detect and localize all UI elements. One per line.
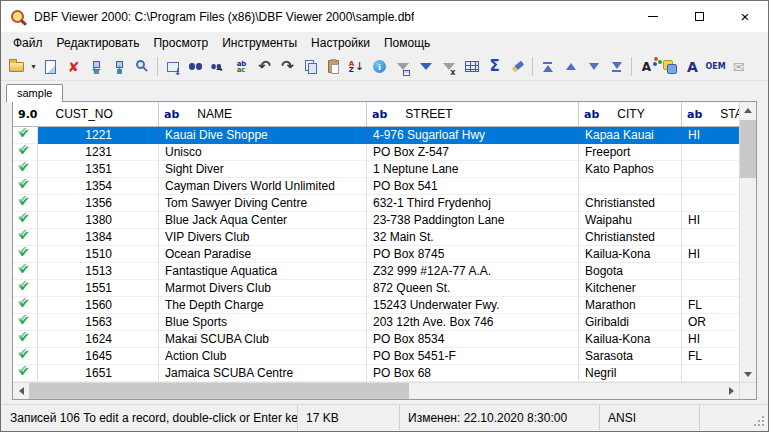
table-row[interactable]: 1510 Ocean Paradise PO Box 8745 Kailua-K… bbox=[13, 246, 739, 263]
cell-state[interactable] bbox=[682, 263, 739, 280]
cell-city[interactable]: Freeport bbox=[579, 144, 682, 161]
preview-button[interactable] bbox=[131, 55, 154, 78]
replace-button[interactable]: abac bbox=[230, 55, 253, 78]
redo-button[interactable]: ↷ bbox=[276, 55, 299, 78]
new-file-button[interactable] bbox=[39, 55, 62, 78]
cell-state[interactable] bbox=[682, 229, 739, 246]
column-header-name[interactable]: ab NAME bbox=[159, 102, 367, 126]
cell-name[interactable]: Unisco bbox=[159, 144, 367, 161]
table-row[interactable]: 1221 Kauai Dive Shoppe 4-976 Sugarloaf H… bbox=[13, 127, 739, 144]
highlight-button[interactable] bbox=[506, 55, 529, 78]
cell-city[interactable]: Waipahu bbox=[579, 212, 682, 229]
cell-name[interactable]: Ocean Paradise bbox=[159, 246, 367, 263]
table-row[interactable]: 1563 Blue Sports 203 12th Ave. Box 746 G… bbox=[13, 314, 739, 331]
find-next-button[interactable]: → bbox=[207, 55, 230, 78]
column-header-city[interactable]: ab CITY bbox=[579, 102, 682, 126]
sort-button[interactable]: AZ↓ bbox=[345, 55, 368, 78]
cell-cust-no[interactable]: 1563 bbox=[38, 314, 159, 331]
column-header-state[interactable]: ab STATE bbox=[682, 102, 739, 126]
menu-item[interactable]: Инструменты bbox=[215, 34, 304, 52]
cell-street[interactable]: 32 Main St. bbox=[367, 229, 579, 246]
cell-street[interactable]: PO Box 8534 bbox=[367, 331, 579, 348]
cell-city[interactable]: Christiansted bbox=[579, 229, 682, 246]
delete-record-button[interactable]: ✘ bbox=[62, 55, 85, 78]
cell-name[interactable]: Fantastique Aquatica bbox=[159, 263, 367, 280]
cell-name[interactable]: Tom Sawyer Diving Centre bbox=[159, 195, 367, 212]
colors-button[interactable]: A bbox=[635, 55, 658, 78]
cell-state[interactable] bbox=[682, 365, 739, 382]
menu-item[interactable]: Помощь bbox=[377, 34, 437, 52]
sum-button[interactable]: Σ bbox=[483, 55, 506, 78]
filter-builder-button[interactable] bbox=[391, 55, 414, 78]
cell-name[interactable]: Sight Diver bbox=[159, 161, 367, 178]
cell-cust-no[interactable]: 1221 bbox=[38, 127, 159, 144]
cell-street[interactable]: 632-1 Third Frydenhoj bbox=[367, 195, 579, 212]
horizontal-scroll-thumb[interactable] bbox=[29, 383, 409, 399]
paste-button[interactable] bbox=[322, 55, 345, 78]
cell-city[interactable]: Kapaa Kauai bbox=[579, 127, 682, 144]
cell-street[interactable]: PO Box 5451-F bbox=[367, 348, 579, 365]
scroll-right-button[interactable] bbox=[723, 383, 739, 399]
last-record-button[interactable] bbox=[605, 55, 628, 78]
cell-street[interactable]: 4-976 Sugarloaf Hwy bbox=[367, 127, 579, 144]
cell-state[interactable]: HI bbox=[682, 331, 739, 348]
cell-street[interactable]: 1 Neptune Lane bbox=[367, 161, 579, 178]
cell-state[interactable]: HI bbox=[682, 246, 739, 263]
oem-button[interactable]: OEM bbox=[704, 55, 727, 78]
cell-cust-no[interactable]: 1624 bbox=[38, 331, 159, 348]
pack-database-button[interactable]: ← bbox=[85, 55, 108, 78]
cell-state[interactable] bbox=[682, 195, 739, 212]
cell-state[interactable] bbox=[682, 144, 739, 161]
cell-cust-no[interactable]: 1351 bbox=[38, 161, 159, 178]
cell-name[interactable]: Jamaica SCUBA Centre bbox=[159, 365, 367, 382]
cell-cust-no[interactable]: 1560 bbox=[38, 297, 159, 314]
open-file-button[interactable] bbox=[5, 55, 28, 78]
open-dropdown-button[interactable]: ▾ bbox=[28, 55, 39, 78]
cell-city[interactable]: Sarasota bbox=[579, 348, 682, 365]
cell-state[interactable]: HI bbox=[682, 127, 739, 144]
cell-street[interactable]: Z32 999 #12A-77 A.A. bbox=[367, 263, 579, 280]
table-row[interactable]: 1380 Blue Jack Aqua Center 23-738 Paddin… bbox=[13, 212, 739, 229]
info-button[interactable]: i bbox=[368, 55, 391, 78]
cell-state[interactable] bbox=[682, 178, 739, 195]
table-row[interactable]: 1513 Fantastique Aquatica Z32 999 #12A-7… bbox=[13, 263, 739, 280]
theme-button[interactable] bbox=[658, 55, 681, 78]
vertical-scroll-thumb[interactable] bbox=[740, 120, 756, 178]
table-row[interactable]: 1551 Marmot Divers Club 872 Queen St. Ki… bbox=[13, 280, 739, 297]
menu-item[interactable]: Редактировать bbox=[50, 34, 147, 52]
cell-cust-no[interactable]: 1354 bbox=[38, 178, 159, 195]
cell-state[interactable]: OR bbox=[682, 314, 739, 331]
cell-cust-no[interactable]: 1384 bbox=[38, 229, 159, 246]
cell-name[interactable]: Makai SCUBA Club bbox=[159, 331, 367, 348]
prior-record-button[interactable] bbox=[559, 55, 582, 78]
first-record-button[interactable] bbox=[536, 55, 559, 78]
export-button[interactable] bbox=[161, 55, 184, 78]
cell-city[interactable]: Bogota bbox=[579, 263, 682, 280]
cell-street[interactable]: 23-738 Paddington Lane bbox=[367, 212, 579, 229]
table-row[interactable]: 1560 The Depth Charge 15243 Underwater F… bbox=[13, 297, 739, 314]
cell-city[interactable] bbox=[579, 178, 682, 195]
next-record-button[interactable] bbox=[582, 55, 605, 78]
cell-cust-no[interactable]: 1645 bbox=[38, 348, 159, 365]
table-row[interactable]: 1651 Jamaica SCUBA Centre PO Box 68 Negr… bbox=[13, 365, 739, 382]
cell-street[interactable]: PO Box 541 bbox=[367, 178, 579, 195]
cell-state[interactable]: FL bbox=[682, 297, 739, 314]
table-row[interactable]: 1624 Makai SCUBA Club PO Box 8534 Kailua… bbox=[13, 331, 739, 348]
minimize-button[interactable] bbox=[630, 1, 676, 32]
cell-cust-no[interactable]: 1513 bbox=[38, 263, 159, 280]
tab-sample[interactable]: sample bbox=[6, 84, 63, 102]
table-row[interactable]: 1356 Tom Sawyer Diving Centre 632-1 Thir… bbox=[13, 195, 739, 212]
cell-name[interactable]: VIP Divers Club bbox=[159, 229, 367, 246]
cell-name[interactable]: The Depth Charge bbox=[159, 297, 367, 314]
cell-cust-no[interactable]: 1551 bbox=[38, 280, 159, 297]
close-button[interactable]: × bbox=[722, 1, 768, 32]
menu-item[interactable]: Настройки bbox=[304, 34, 377, 52]
clear-filter-button[interactable]: x bbox=[437, 55, 460, 78]
cell-state[interactable] bbox=[682, 161, 739, 178]
cell-state[interactable]: HI bbox=[682, 212, 739, 229]
set-filter-button[interactable] bbox=[414, 55, 437, 78]
table-row[interactable]: 1231 Unisco PO Box Z-547 Freeport bbox=[13, 144, 739, 161]
cell-cust-no[interactable]: 1356 bbox=[38, 195, 159, 212]
copy-button[interactable] bbox=[299, 55, 322, 78]
cell-city[interactable]: Kitchener bbox=[579, 280, 682, 297]
